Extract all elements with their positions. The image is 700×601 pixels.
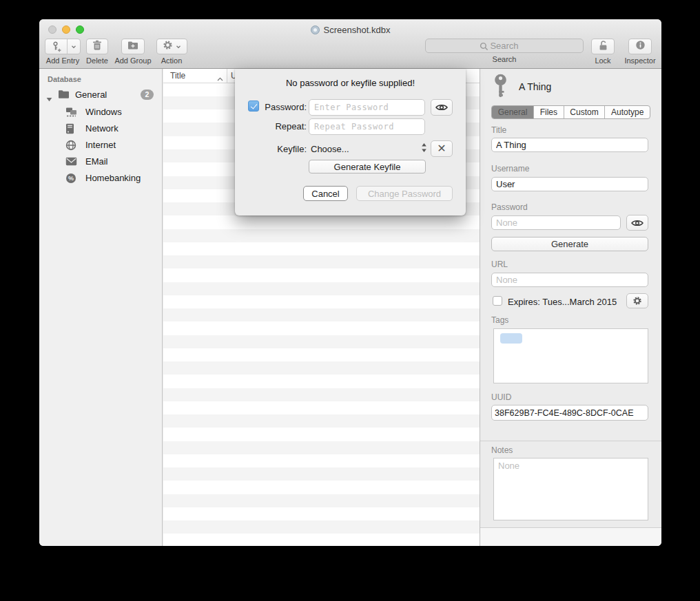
sidebar-item-internet[interactable]: Internet [39,137,162,152]
search-item: Search [425,39,584,63]
app-window: Screenshot.kdbx Add Entry Delete [39,19,661,546]
key-icon [491,73,510,103]
expires-settings-button[interactable] [626,293,648,308]
chevron-down-icon [176,44,181,50]
tab-general[interactable]: General [492,106,533,118]
sort-ascending-icon [217,74,223,83]
cancel-button[interactable]: Cancel [303,186,348,201]
search-input[interactable] [425,39,584,53]
sidebar-item-network[interactable]: Network [39,120,162,136]
column-header-title[interactable]: Title [170,71,185,81]
add-entry-button[interactable] [45,39,81,54]
tags-box[interactable] [493,328,648,383]
disclosure-triangle-icon[interactable] [46,92,52,105]
inspector-tabs: General Files Custom Autotype [491,105,650,119]
dialog-reveal-password-button[interactable] [431,99,453,116]
add-entry-label: Add Entry [46,56,79,65]
url-field[interactable] [491,273,648,287]
column-divider[interactable] [227,69,227,83]
keyfile-clear-button[interactable]: ✕ [431,140,453,157]
delete-item: Delete [85,39,110,65]
inspector-panel: A Thing General Files Custom Autotype Ti… [480,69,661,546]
title-field-label: Title [491,125,506,135]
add-group-button[interactable] [121,39,145,54]
password-sheet-dialog: No password or keyfile supplied! Passwor… [235,69,466,215]
action-label: Action [161,56,183,65]
sidebar-item-windows[interactable]: Windows [39,104,162,119]
tab-files[interactable]: Files [533,106,564,118]
tab-autotype[interactable]: Autotype [604,106,650,118]
tags-label: Tags [491,315,508,325]
folder-plus-icon [127,41,138,53]
inspector-footer [480,527,661,546]
dialog-keyfile-label: Keyfile: [258,144,307,154]
add-group-item: Add Group [114,39,152,65]
add-group-label: Add Group [114,56,151,65]
uuid-label: UUID [491,392,511,402]
delete-label: Delete [86,56,108,65]
lock-label: Lock [595,56,610,65]
notes-label: Notes [491,445,513,455]
title-field[interactable] [491,138,648,152]
dialog-password-label: Password: [258,102,307,112]
inspector-button[interactable] [628,39,652,54]
sidebar-item-general[interactable]: General 2 [39,87,162,103]
sidebar-item-label: Internet [85,140,116,150]
keyfile-popup-button[interactable]: Choose... [309,140,427,157]
gear-icon [632,296,642,306]
sidebar-section-header: Database [48,75,81,83]
entry-count-badge: 2 [141,89,154,100]
entry-title: A Thing [519,81,551,92]
delete-button[interactable] [86,39,108,54]
gear-icon [163,40,173,53]
action-item: Action [156,39,187,65]
expires-checkbox[interactable] [493,296,502,306]
dialog-repeat-label: Repeat: [258,121,307,131]
tab-custom[interactable]: Custom [564,106,605,118]
svg-text:%: % [68,175,74,182]
tag-token[interactable] [500,333,522,344]
notes-field[interactable] [493,458,648,520]
screen: Screenshot.kdbx Add Entry Delete [0,0,700,601]
keyfile-popup-value: Choose... [309,144,349,154]
password-checkbox[interactable] [248,101,259,112]
action-button[interactable] [156,39,187,54]
lock-item: Lock [590,39,616,65]
stepper-icon [421,143,427,155]
sidebar-item-label: EMail [85,156,108,167]
globe-icon [65,140,76,154]
change-password-button[interactable]: Change Password [356,186,453,201]
window-chrome: Screenshot.kdbx Add Entry Delete [39,19,661,69]
envelope-icon [65,156,77,169]
generate-keyfile-button[interactable]: Generate Keyfile [309,160,426,173]
windows-icon [65,107,77,120]
add-entry-dropdown[interactable] [67,39,80,54]
dialog-password-input[interactable] [309,99,425,116]
eye-icon [435,103,448,112]
folder-icon [58,89,70,102]
uuid-field[interactable] [491,405,648,421]
divider [480,441,661,441]
lock-button[interactable] [591,39,615,54]
generate-password-button[interactable]: Generate [491,237,648,251]
document-icon [311,25,320,34]
username-field-label: Username [491,164,529,173]
reveal-password-button[interactable] [626,215,648,231]
expires-label: Expires: Tues...March 2015 [508,297,617,307]
inspector-label: Inspector [624,56,655,65]
username-field[interactable] [491,177,648,191]
sidebar-item-label: Network [85,123,119,134]
dialog-message: No password or keyfile supplied! [235,78,466,88]
sidebar-group-label: General [75,89,107,100]
dialog-repeat-input[interactable] [309,118,425,135]
search-label: Search [493,55,517,63]
sidebar-item-label: Windows [85,107,122,117]
sidebar-item-label: Homebanking [85,173,141,183]
server-icon [65,123,74,137]
window-title: Screenshot.kdbx [324,25,391,35]
sidebar-item-email[interactable]: EMail [39,154,162,169]
password-field[interactable] [491,215,621,230]
sidebar-item-homebanking[interactable]: % Homebanking [39,170,162,185]
add-entry-item: Add Entry [43,39,83,65]
trash-icon [92,40,102,53]
